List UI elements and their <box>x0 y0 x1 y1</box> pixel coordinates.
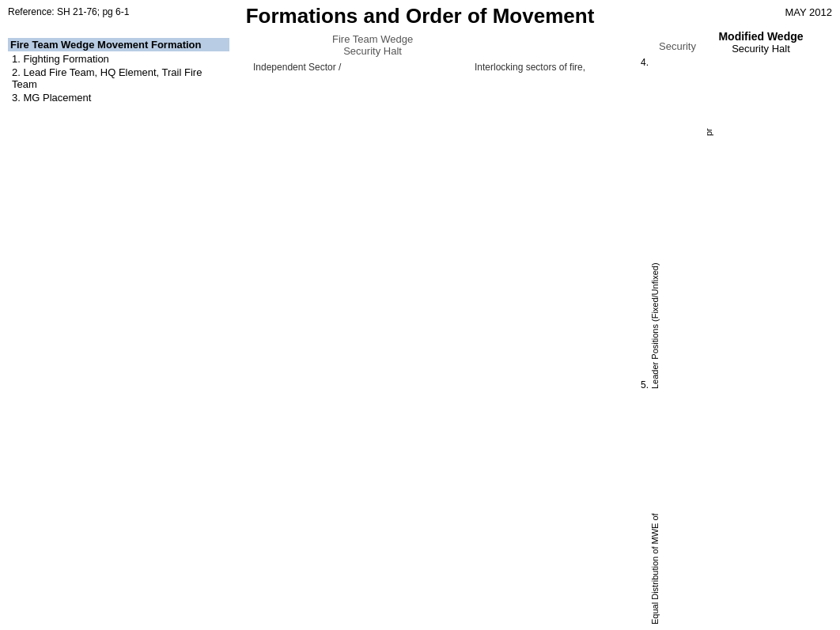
left-column: Fire Team Wedge Movement Formation 1. Fi… <box>8 38 229 104</box>
page-title: Formations and Order of Movement <box>158 4 682 28</box>
independent-sector-label: Independent Sector / <box>253 62 341 73</box>
item-4b-text: pr <box>704 57 714 136</box>
formation-title: Fire Team Wedge Movement Formation <box>8 38 229 51</box>
reference-text: Reference: SH 21-76; pg 6-1 <box>8 6 129 17</box>
date-text: MAY 2012 <box>785 6 832 18</box>
item-5-container: 5. Equal Distribution of MWE of <box>641 379 660 624</box>
page-container: Reference: SH 21-76; pg 6-1 Formations a… <box>0 0 840 630</box>
security-halt-label: Security Halt <box>332 45 413 57</box>
item-5-number: 5. <box>641 379 649 390</box>
list-item-1: 1. Fighting Formation <box>8 53 229 65</box>
modified-wedge-header: Modified Wedge Security Halt <box>690 30 832 55</box>
list-item-2: 2. Lead Fire Team, HQ Element, Trail Fir… <box>8 66 229 90</box>
modified-wedge-subtitle: Security Halt <box>690 43 832 55</box>
list-item-3: 3. MG Placement <box>8 92 229 104</box>
header-title: Formations and Order of Movement <box>158 4 682 28</box>
subtitle-fire-team-wedge: Fire Team Wedge Security Halt <box>332 33 413 57</box>
modified-wedge-title: Modified Wedge <box>690 30 832 43</box>
header-reference: Reference: SH 21-76; pg 6-1 <box>8 6 129 17</box>
header-date: MAY 2012 <box>785 6 832 18</box>
item-4-number: 4. <box>641 57 649 68</box>
item-4-text: Leader Positions (Fixed/Unfixed) <box>650 57 660 389</box>
interlocking-sectors-label: Interlocking sectors of fire, <box>475 62 585 73</box>
item-5-text: Equal Distribution of MWE of <box>650 379 660 624</box>
fire-team-wedge-label: Fire Team Wedge <box>332 33 413 45</box>
item-4-container: 4. Leader Positions (Fixed/Unfixed) <box>641 57 660 389</box>
